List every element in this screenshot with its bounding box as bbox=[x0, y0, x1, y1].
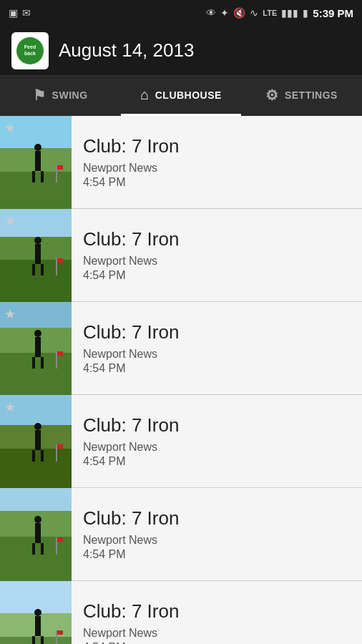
list-item[interactable]: ★ Club: 7 Iron Newport News 4:54 PM bbox=[0, 116, 362, 209]
gear-icon: ⚙ bbox=[265, 87, 279, 104]
list-item[interactable]: ★ Club: 7 Iron Newport News 4:54 PM bbox=[0, 302, 362, 395]
item-club: Club: 7 Iron bbox=[83, 414, 351, 436]
tab-bar: ⚑ SWING ⌂ CLUBHOUSE ⚙ SETTINGS bbox=[0, 76, 362, 116]
wifi-icon: ∿ bbox=[250, 7, 258, 19]
eye-icon: 👁 bbox=[206, 7, 216, 19]
item-location: Newport News bbox=[83, 627, 351, 640]
app-logo: Feedback bbox=[11, 32, 49, 69]
list-item-info: Club: 7 Iron Newport News 4:54 PM bbox=[72, 313, 362, 384]
item-time: 4:54 PM bbox=[83, 455, 351, 468]
bluetooth-icon: ✦ bbox=[220, 7, 229, 19]
signal-icon: ▮▮▮ bbox=[281, 7, 298, 19]
status-bar: ▣ ✉ 👁 ✦ 🔇 ∿ LTE ▮▮▮ ▮ 5:39 PM bbox=[0, 0, 362, 26]
star-icon[interactable]: ★ bbox=[4, 306, 16, 322]
logo-inner: Feedback bbox=[16, 37, 44, 64]
tab-swing[interactable]: ⚑ SWING bbox=[0, 76, 121, 116]
swing-thumbnail bbox=[0, 581, 72, 645]
star-icon[interactable]: ★ bbox=[4, 213, 16, 229]
list-item[interactable]: ★ Club: 7 Iron Newport News 4:54 PM bbox=[0, 209, 362, 302]
item-location: Newport News bbox=[83, 348, 351, 361]
mute-icon: 🔇 bbox=[233, 7, 245, 19]
flag-pole bbox=[56, 630, 57, 644]
item-club: Club: 7 Iron bbox=[83, 228, 351, 250]
item-location: Newport News bbox=[83, 441, 351, 454]
tab-settings[interactable]: ⚙ SETTINGS bbox=[241, 76, 362, 116]
item-club: Club: 7 Iron bbox=[83, 135, 351, 157]
tab-clubhouse-label: CLUBHOUSE bbox=[155, 89, 222, 101]
item-time: 4:54 PM bbox=[83, 269, 351, 282]
tab-clubhouse[interactable]: ⌂ CLUBHOUSE bbox=[121, 76, 242, 116]
status-time: 5:39 PM bbox=[313, 7, 353, 19]
item-time: 4:54 PM bbox=[83, 362, 351, 375]
star-icon[interactable]: ★ bbox=[4, 120, 16, 136]
swing-thumbnail: ★ bbox=[0, 302, 72, 395]
flag-pole bbox=[56, 165, 57, 182]
flag-pole bbox=[56, 444, 57, 462]
flag-pole bbox=[56, 258, 57, 275]
list-item-info: Club: 7 Iron Newport News 4:54 PM bbox=[72, 220, 362, 291]
app-header: Feedback August 14, 2013 bbox=[0, 26, 362, 76]
list-item[interactable]: Club: 7 Iron Newport News 4:54 PM bbox=[0, 488, 362, 581]
item-time: 4:54 PM bbox=[83, 548, 351, 561]
item-club: Club: 7 Iron bbox=[83, 507, 351, 530]
list-item-info: Club: 7 Iron Newport News 4:54 PM bbox=[72, 499, 362, 570]
tab-swing-label: SWING bbox=[52, 89, 88, 101]
list-item-info: Club: 7 Iron Newport News 4:54 PM bbox=[72, 127, 362, 197]
golfer-figure bbox=[32, 516, 44, 555]
swing-list: ★ Club: 7 Iron Newport News 4:54 PM ★ Cl… bbox=[0, 116, 362, 644]
golfer-figure bbox=[32, 330, 44, 369]
item-club: Club: 7 Iron bbox=[83, 321, 351, 343]
list-item-info: Club: 7 Iron Newport News 4:54 PM bbox=[72, 592, 362, 644]
swing-thumbnail: ★ bbox=[0, 209, 72, 302]
message-icon: ✉ bbox=[22, 7, 31, 19]
golfer-figure bbox=[32, 237, 44, 275]
camera-icon: ▣ bbox=[9, 7, 18, 19]
lte-icon: LTE bbox=[263, 9, 277, 17]
battery-icon: ▮ bbox=[303, 7, 308, 19]
swing-thumbnail: ★ bbox=[0, 116, 72, 209]
tab-settings-label: SETTINGS bbox=[285, 89, 338, 101]
golfer-figure bbox=[32, 144, 44, 182]
flag-pole bbox=[56, 537, 57, 555]
list-item-info: Club: 7 Iron Newport News 4:54 PM bbox=[72, 406, 362, 477]
item-location: Newport News bbox=[83, 255, 351, 268]
item-location: Newport News bbox=[83, 534, 351, 547]
star-icon[interactable]: ★ bbox=[4, 399, 16, 415]
header-date: August 14, 2013 bbox=[59, 39, 194, 62]
golfer-figure bbox=[32, 609, 44, 644]
swing-thumbnail bbox=[0, 488, 72, 581]
house-icon: ⌂ bbox=[140, 87, 150, 103]
swing-thumbnail: ★ bbox=[0, 395, 72, 488]
list-item[interactable]: Club: 7 Iron Newport News 4:54 PM bbox=[0, 581, 362, 644]
item-time: 4:54 PM bbox=[83, 176, 351, 189]
item-time: 4:54 PM bbox=[83, 641, 351, 644]
golfer-figure bbox=[32, 423, 44, 462]
flag-pole bbox=[56, 351, 57, 369]
list-item[interactable]: ★ Club: 7 Iron Newport News 4:54 PM bbox=[0, 395, 362, 488]
item-location: Newport News bbox=[83, 162, 351, 175]
item-club: Club: 7 Iron bbox=[83, 600, 351, 623]
flag-icon: ⚑ bbox=[33, 87, 47, 104]
